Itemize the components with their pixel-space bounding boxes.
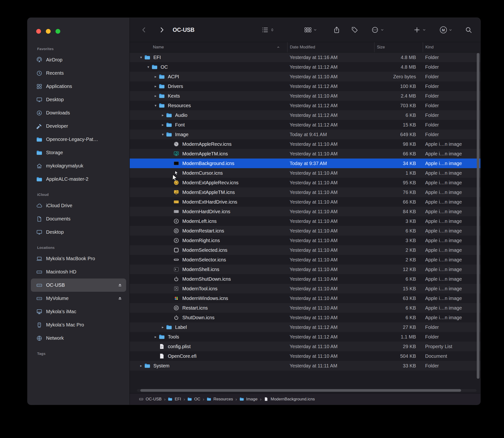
sidebar-item-downloads[interactable]: Downloads bbox=[31, 106, 126, 120]
disclosure-triangle[interactable]: ▸ bbox=[138, 363, 144, 368]
file-row-system[interactable]: ▸SystemYesterday at 11:11 AM33 KBFolder bbox=[130, 361, 480, 371]
file-row-modernshutdown-icns[interactable]: ModernShutDown.icnsYesterday at 11:10 AM… bbox=[130, 274, 480, 284]
path-item-image[interactable]: Image bbox=[240, 397, 258, 402]
file-row-audio[interactable]: ▸AudioYesterday at 11:12 AM6 KBFolder bbox=[130, 110, 480, 120]
sidebar-item-applealc-master-2[interactable]: AppleALC-master-2 bbox=[31, 173, 126, 186]
path-item-resources[interactable]: Resources bbox=[207, 397, 233, 402]
file-row-config-plist[interactable]: config.plistYesterday at 11:10 AM29 KBPr… bbox=[130, 342, 480, 351]
sidebar-item-mykola-s-imac[interactable]: Mykola’s iMac bbox=[31, 305, 126, 318]
file-row-kexts[interactable]: ▸KextsYesterday at 11:10 AM2.4 MBFolder bbox=[130, 91, 480, 101]
tag-button[interactable] bbox=[351, 26, 358, 33]
sidebar-item-myvolume[interactable]: MyVolume bbox=[31, 292, 126, 305]
file-row-drivers[interactable]: ▸DriversYesterday at 11:12 AM100 KBFolde… bbox=[130, 81, 480, 91]
file-row-resources[interactable]: ▾ResourcesYesterday at 11:12 AM703 KBFol… bbox=[130, 101, 480, 110]
file-kind: Apple i…n image bbox=[423, 151, 480, 157]
group-button[interactable] bbox=[304, 26, 317, 33]
file-row-modernwindows-icns[interactable]: ModernWindows.icnsYesterday at 11:10 AM6… bbox=[130, 294, 480, 303]
file-row-moderncursor-icns[interactable]: ModernCursor.icnsYesterday at 11:10 AM1 … bbox=[130, 168, 480, 178]
sidebar-item-opencore-legacy-pat[interactable]: Opencore-Legacy-Pat… bbox=[31, 133, 126, 146]
disclosure-triangle[interactable]: ▸ bbox=[160, 123, 166, 127]
horizontal-scrollbar-thumb[interactable] bbox=[140, 389, 461, 392]
file-name: ModernShell.icns bbox=[182, 267, 219, 272]
file-row-modernappletm-icns[interactable]: ModernAppleTM.icnsYesterday at 11:10 AM6… bbox=[130, 149, 480, 159]
account-button[interactable]: M bbox=[440, 26, 452, 33]
minimize-button[interactable] bbox=[46, 29, 51, 34]
vertical-scrollbar-thumb[interactable] bbox=[477, 53, 479, 379]
file-row-modernextharddrive-icns[interactable]: ModernExtHardDrive.icnsYesterday at 11:1… bbox=[130, 197, 480, 207]
file-row-acpi[interactable]: ▸ACPIYesterday at 11:10 AMZero bytesFold… bbox=[130, 72, 480, 81]
eject-icon[interactable] bbox=[117, 282, 123, 288]
more-actions-button[interactable] bbox=[371, 26, 384, 33]
file-row-label[interactable]: ▸LabelYesterday at 11:12 AM27 KBFolder bbox=[130, 322, 480, 332]
disclosure-triangle[interactable]: ▸ bbox=[160, 113, 166, 117]
file-row-efi[interactable]: ▾EFIYesterday at 11:16 AM4.8 MBFolder bbox=[130, 53, 480, 62]
sidebar-item-storage[interactable]: Storage bbox=[31, 146, 126, 159]
sidebar-item-mykolagrymalyuk[interactable]: mykolagrymalyuk bbox=[31, 159, 126, 173]
disclosure-triangle[interactable]: ▸ bbox=[152, 75, 159, 79]
forward-button[interactable] bbox=[158, 26, 165, 33]
share-button[interactable] bbox=[333, 26, 340, 33]
sidebar-item-desktop[interactable]: Desktop bbox=[31, 93, 126, 106]
file-row-modernapplerecv-icns[interactable]: ModernAppleRecv.icnsYesterday at 11:10 A… bbox=[130, 139, 480, 149]
file-row-modernleft-icns[interactable]: ModernLeft.icnsYesterday at 11:10 AM3 KB… bbox=[130, 216, 480, 226]
disclosure-triangle[interactable]: ▸ bbox=[152, 84, 159, 88]
file-name: EFI bbox=[153, 55, 161, 60]
search-button[interactable] bbox=[465, 26, 472, 33]
column-header-size[interactable]: Size bbox=[374, 42, 423, 52]
file-row-tools[interactable]: ▸ToolsYesterday at 11:12 AM1.1 MBFolder bbox=[130, 332, 480, 342]
sidebar-item-mykola-s-macbook-pro[interactable]: Mykola’s MacBook Pro bbox=[31, 252, 126, 265]
file-row-font[interactable]: ▸FontYesterday at 11:12 AM15 KBFolder bbox=[130, 120, 480, 130]
file-row-modernharddrive-icns[interactable]: ModernHardDrive.icnsYesterday at 11:10 A… bbox=[130, 207, 480, 216]
sidebar-item-developer[interactable]: Developer bbox=[31, 120, 126, 133]
disclosure-triangle[interactable]: ▾ bbox=[138, 55, 144, 59]
file-row-modernselector-icns[interactable]: ModernSelector.icnsYesterday at 11:10 AM… bbox=[130, 255, 480, 264]
file-row-modernrestart-icns[interactable]: ModernRestart.icnsYesterday at 11:10 AM6… bbox=[130, 226, 480, 236]
file-row-modernbackground-icns[interactable]: ModernBackground.icnsToday at 9:37 AM34 … bbox=[130, 159, 480, 168]
path-item-modernbackground-icns[interactable]: ModernBackground.icns bbox=[264, 397, 315, 402]
file-row-opencore-efi[interactable]: OpenCore.efiYesterday at 11:10 AM504 KBD… bbox=[130, 351, 480, 361]
file-row-modernextapplerecv-icns[interactable]: ModernExtAppleRecv.icnsYesterday at 11:1… bbox=[130, 178, 480, 187]
sidebar-item-recents[interactable]: Recents bbox=[31, 66, 126, 80]
column-header-date-modified[interactable]: Date Modified bbox=[287, 42, 374, 52]
disclosure-triangle[interactable]: ▸ bbox=[160, 325, 166, 329]
disclosure-triangle[interactable]: ▾ bbox=[160, 132, 166, 137]
sidebar-item-mykola-s-mac-pro[interactable]: Mykola’s Mac Pro bbox=[31, 318, 126, 331]
file-row-shutdown-icns[interactable]: ShutDown.icnsYesterday at 11:10 AM6 KBAp… bbox=[130, 313, 480, 322]
file-row-oc[interactable]: ▾OCYesterday at 11:12 AM4.8 MBFolder bbox=[130, 62, 480, 72]
view-options-button[interactable] bbox=[261, 26, 274, 33]
file-row-moderntool-icns[interactable]: ModernTool.icnsYesterday at 11:10 AM15 K… bbox=[130, 284, 480, 294]
file-row-modernshell-icns[interactable]: ModernShell.icnsYesterday at 11:10 AM12 … bbox=[130, 264, 480, 274]
column-header-name[interactable]: Name bbox=[130, 42, 287, 52]
file-row-modernextappletm-icns[interactable]: ModernExtAppleTM.icnsYesterday at 11:10 … bbox=[130, 187, 480, 197]
path-item-efi[interactable]: EFI bbox=[168, 397, 181, 402]
disclosure-triangle[interactable]: ▸ bbox=[152, 94, 159, 98]
disclosure-triangle[interactable]: ▸ bbox=[152, 335, 159, 339]
sidebar-item-network[interactable]: Network bbox=[31, 331, 126, 345]
chevron-down-icon bbox=[380, 28, 384, 32]
file-row-modernright-icns[interactable]: ModernRight.icnsYesterday at 11:10 AM3 K… bbox=[130, 236, 480, 245]
sidebar-item-macintosh-hd[interactable]: Macintosh HD bbox=[31, 265, 126, 278]
path-item-oc-usb[interactable]: OC-USB bbox=[139, 397, 161, 402]
sidebar-item-applications[interactable]: Applications bbox=[31, 80, 126, 93]
eject-icon[interactable] bbox=[117, 296, 123, 301]
add-button[interactable] bbox=[413, 26, 426, 33]
back-button[interactable] bbox=[140, 26, 148, 33]
sidebar-item-oc-usb[interactable]: OC-USB bbox=[31, 278, 126, 292]
sidebar-item-icloud-drive[interactable]: iCloud Drive bbox=[31, 199, 126, 212]
path-item-oc[interactable]: OC bbox=[187, 397, 200, 402]
sidebar-item-airdrop[interactable]: AirDrop bbox=[31, 53, 126, 66]
file-list: ▾EFIYesterday at 11:16 AM4.8 MBFolder▾OC… bbox=[130, 53, 480, 371]
column-header-kind[interactable]: Kind bbox=[423, 42, 480, 52]
zoom-button[interactable] bbox=[56, 29, 60, 34]
disclosure-triangle[interactable]: ▾ bbox=[152, 103, 159, 108]
file-row-modernselected-icns[interactable]: ModernSelected.icnsYesterday at 11:10 AM… bbox=[130, 245, 480, 255]
file-name: ModernTool.icns bbox=[182, 286, 218, 292]
file-row-restart-icns[interactable]: Restart.icnsYesterday at 11:10 AM6 KBApp… bbox=[130, 303, 480, 313]
close-button[interactable] bbox=[36, 29, 41, 34]
file-name: ModernHardDrive.icns bbox=[182, 209, 230, 214]
disclosure-triangle[interactable]: ▾ bbox=[145, 65, 151, 69]
sidebar-item-desktop[interactable]: Desktop bbox=[31, 226, 126, 239]
file-row-image[interactable]: ▾ImageToday at 9:41 AM649 KBFolder bbox=[130, 130, 480, 139]
horizontal-scrollbar-track[interactable] bbox=[137, 389, 477, 392]
sidebar-item-documents[interactable]: Documents bbox=[31, 212, 126, 226]
